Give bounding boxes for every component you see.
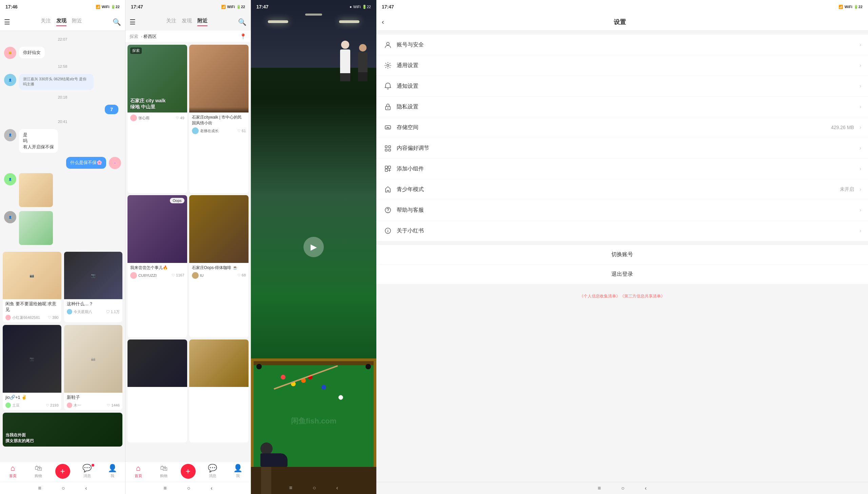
post-card-3[interactable]: 📷 jio🔗+1 ✌ 土豆 ♡ 2193 xyxy=(3,325,61,410)
settings-privacy[interactable]: 隐私设置 › xyxy=(376,97,868,117)
settings-content[interactable]: 内容偏好调节 › xyxy=(376,138,868,158)
panel-settings: 17:47 📶 WiFi 🔋22 ‹ 设置 账号与安全 xyxy=(376,0,868,494)
youth-value: 未开启 xyxy=(840,186,854,192)
tab-discover-2[interactable]: 发现 xyxy=(182,18,192,26)
tab-follow-1[interactable]: 关注 xyxy=(41,18,51,26)
settings-help[interactable]: 帮助与客服 › xyxy=(376,200,868,221)
person-2 xyxy=(356,44,370,81)
tab-discover-1[interactable]: 发现 xyxy=(56,18,67,26)
timestamp-3: 20:18 xyxy=(4,95,121,99)
panel-chat: 17:46 📶 WiFi 🔋22 ☰ 关注 发现 附近 🔍 22:07 😊 你好… xyxy=(0,0,126,494)
timestamp-4: 20:41 xyxy=(4,120,121,124)
svg-rect-4 xyxy=(385,126,391,129)
settings-youth[interactable]: 青少年模式 未开启 › xyxy=(376,179,868,200)
nearby-card-1[interactable]: 探索 石家庄 city walk绿地 中山里 张心雨 ♡ 49 xyxy=(128,45,187,193)
video-sys-home[interactable]: ○ xyxy=(313,485,316,491)
post-likes-2: ♡ 1.1万 xyxy=(106,309,120,315)
card-likes-1: ♡ 49 xyxy=(176,116,184,120)
settings-widget[interactable]: 添加小组件 › xyxy=(376,158,868,179)
post-card-4[interactable]: 📷 新鞋子 木一 ♡ 1446 xyxy=(64,325,123,410)
card-info-1: 张心雨 ♡ 49 xyxy=(128,113,187,125)
sys-back-1[interactable]: ‹ xyxy=(85,485,87,491)
status-bar-1: 17:46 📶 WiFi 🔋22 xyxy=(0,0,125,14)
card-title-3: 我来尝尝怎个事儿🔥 xyxy=(130,265,184,271)
nav-messages-label-1: 消息 xyxy=(84,473,91,478)
player-head xyxy=(260,442,273,455)
svg-point-15 xyxy=(388,229,388,230)
nearby-card-6[interactable] xyxy=(189,340,249,442)
card-author-1: 张心雨 xyxy=(138,116,149,121)
nearby-card-5[interactable] xyxy=(128,340,187,442)
footer-links[interactable]: 《个人信息收集清单》《第三方信息共享清单》 xyxy=(579,294,665,299)
content-icon xyxy=(383,143,393,153)
nav-me-1[interactable]: 👤 我 xyxy=(104,464,121,478)
nav-shop-2[interactable]: 🛍 购物 xyxy=(155,464,172,478)
svg-rect-7 xyxy=(385,149,387,151)
menu-icon-1[interactable]: ☰ xyxy=(4,18,10,26)
menu-icon-2[interactable]: ☰ xyxy=(130,18,136,26)
video-thumb-row: 当我在外面摸女朋友的尾巴 xyxy=(3,413,123,446)
settings-back-btn[interactable]: ‹ xyxy=(382,18,384,26)
sys-menu-2[interactable]: ≡ xyxy=(163,485,166,491)
card-title-4: 石家庄Oops-得体咖啡 ☕ xyxy=(192,265,246,271)
post-author-3: 土豆 xyxy=(12,403,44,408)
bubble-4: 什么是保不保🌸 xyxy=(66,157,106,168)
nearby-card-4[interactable]: 石家庄Oops-得体咖啡 ☕ IU ♡ 68 xyxy=(189,195,249,338)
nav-me-label-1: 我 xyxy=(111,473,114,478)
sys-back-4[interactable]: ‹ xyxy=(645,485,647,491)
card-avatar-1 xyxy=(130,115,137,121)
post-card-video[interactable]: 当我在外面摸女朋友的尾巴 xyxy=(3,413,123,446)
settings-notifications[interactable]: 通知设置 › xyxy=(376,76,868,97)
svg-point-13 xyxy=(388,212,388,212)
wifi-icon-1: WiFi xyxy=(102,5,110,9)
bubble-3: 是吗有人开启保不保 xyxy=(19,129,58,153)
tab-follow-2[interactable]: 关注 xyxy=(166,18,176,26)
play-button[interactable]: ▶ xyxy=(303,237,324,257)
nearby-card-2[interactable]: 石家庄citywalk | 市中心的民国风情小街 老狒在成长 ♡ 61 xyxy=(189,45,249,193)
settings-about[interactable]: 关于小红书 › xyxy=(376,221,868,241)
privacy-icon xyxy=(383,102,393,112)
sys-home-1[interactable]: ○ xyxy=(62,485,65,491)
tab-nearby-1[interactable]: 附近 xyxy=(72,18,82,26)
video-sys-menu[interactable]: ≡ xyxy=(289,485,292,491)
settings-general[interactable]: 通用设置 › xyxy=(376,55,868,76)
status-icons-1: 📶 WiFi 🔋22 xyxy=(96,5,120,9)
pool-table-surface xyxy=(251,359,376,467)
tab-nearby-2[interactable]: 附近 xyxy=(197,18,207,26)
settings-account[interactable]: 账号与安全 › xyxy=(376,35,868,55)
sys-home-4[interactable]: ○ xyxy=(621,485,625,491)
logout-btn[interactable]: 退出登录 xyxy=(376,265,868,284)
sys-menu-1[interactable]: ≡ xyxy=(38,485,41,491)
post-info-3: jio🔗+1 ✌ 土豆 ♡ 2193 xyxy=(3,393,61,410)
post-card-1[interactable]: 📷 闲鱼 要不要退给她呢 求意见 小红薯66482581 ♡ 390 xyxy=(3,252,61,322)
video-time: 17:47 xyxy=(256,4,269,10)
post-card-2[interactable]: 📷 这种什么…？ 今天星期八 ♡ 1.1万 xyxy=(64,252,123,322)
general-label: 通用设置 xyxy=(397,62,855,69)
switch-account-btn[interactable]: 切换账号 xyxy=(376,245,868,265)
player-body xyxy=(260,453,288,467)
notification-icon xyxy=(383,81,393,91)
nearby-card-3[interactable]: Oops 我来尝尝怎个事儿🔥 CUIIYUZZI ♡ 1167 xyxy=(128,195,187,338)
video-sys-back[interactable]: ‹ xyxy=(336,485,338,491)
settings-storage[interactable]: 存储空间 429.26 MB › xyxy=(376,117,868,138)
nav-shop-1[interactable]: 🛍 购物 xyxy=(30,464,47,478)
nav-shop-label-2: 购物 xyxy=(160,473,167,478)
person-head-1 xyxy=(341,41,349,49)
sys-menu-4[interactable]: ≡ xyxy=(598,485,601,491)
card-author-row-3: CUIIYUZZI ♡ 1167 xyxy=(130,272,184,279)
search-icon-1[interactable]: 🔍 xyxy=(113,18,121,26)
plus-btn-1[interactable]: + xyxy=(55,464,70,479)
sys-nav-4: ≡ ○ ‹ xyxy=(376,482,868,494)
search-icon-2[interactable]: 🔍 xyxy=(238,18,246,26)
nav-home-1[interactable]: ⌂ 首页 xyxy=(4,464,21,478)
nav-home-2[interactable]: ⌂ 首页 xyxy=(130,464,147,478)
person-body-1 xyxy=(340,50,350,73)
plus-btn-2[interactable]: + xyxy=(181,464,196,479)
ball-red-1 xyxy=(281,375,285,379)
nav-messages-2[interactable]: 💬 消息 xyxy=(204,464,221,478)
logout-label: 退出登录 xyxy=(611,271,633,278)
sys-back-2[interactable]: ‹ xyxy=(210,485,212,491)
nav-me-2[interactable]: 👤 我 xyxy=(229,464,246,478)
nav-messages-1[interactable]: 💬 消息 xyxy=(79,464,96,478)
sys-home-2[interactable]: ○ xyxy=(187,485,190,491)
